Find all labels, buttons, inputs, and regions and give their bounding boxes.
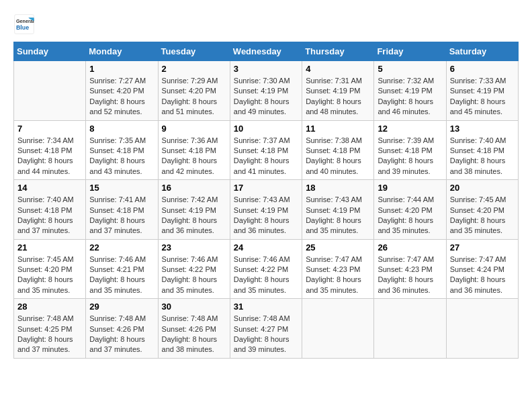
weekday-header-cell: Sunday xyxy=(14,42,86,61)
day-number: 30 xyxy=(162,302,226,312)
calendar-cell: 14Sunrise: 7:40 AM Sunset: 4:18 PM Dayli… xyxy=(14,180,86,240)
calendar-cell: 13Sunrise: 7:40 AM Sunset: 4:18 PM Dayli… xyxy=(446,120,518,180)
day-number: 31 xyxy=(234,302,298,312)
calendar-cell xyxy=(446,299,518,359)
calendar-cell: 1Sunrise: 7:27 AM Sunset: 4:20 PM Daylig… xyxy=(86,61,158,121)
day-number: 22 xyxy=(89,242,154,253)
calendar-cell: 5Sunrise: 7:32 AM Sunset: 4:19 PM Daylig… xyxy=(374,61,446,121)
day-number: 18 xyxy=(306,183,370,193)
svg-text:Blue: Blue xyxy=(16,24,29,31)
calendar-cell: 11Sunrise: 7:38 AM Sunset: 4:18 PM Dayli… xyxy=(302,120,374,180)
weekday-header-cell: Monday xyxy=(86,42,158,61)
calendar-cell: 16Sunrise: 7:42 AM Sunset: 4:19 PM Dayli… xyxy=(158,180,230,240)
cell-content: Sunrise: 7:32 AM Sunset: 4:19 PM Dayligh… xyxy=(378,76,442,118)
calendar-cell: 28Sunrise: 7:48 AM Sunset: 4:25 PM Dayli… xyxy=(14,299,86,359)
cell-content: Sunrise: 7:48 AM Sunset: 4:25 PM Dayligh… xyxy=(17,314,82,355)
calendar-cell xyxy=(374,299,446,359)
calendar-table: SundayMondayTuesdayWednesdayThursdayFrid… xyxy=(13,42,519,359)
cell-content: Sunrise: 7:36 AM Sunset: 4:18 PM Dayligh… xyxy=(162,136,226,177)
calendar-cell: 25Sunrise: 7:47 AM Sunset: 4:23 PM Dayli… xyxy=(302,239,374,299)
cell-content: Sunrise: 7:47 AM Sunset: 4:23 PM Dayligh… xyxy=(306,255,370,296)
calendar-cell: 30Sunrise: 7:48 AM Sunset: 4:26 PM Dayli… xyxy=(158,299,230,359)
logo: General Blue xyxy=(13,13,38,35)
weekday-header-cell: Tuesday xyxy=(158,42,230,61)
cell-content: Sunrise: 7:46 AM Sunset: 4:22 PM Dayligh… xyxy=(234,255,298,296)
cell-content: Sunrise: 7:47 AM Sunset: 4:23 PM Dayligh… xyxy=(378,255,442,296)
calendar-week-row: 1Sunrise: 7:27 AM Sunset: 4:20 PM Daylig… xyxy=(14,61,519,121)
day-number: 17 xyxy=(234,183,298,193)
day-number: 21 xyxy=(17,242,82,253)
cell-content: Sunrise: 7:39 AM Sunset: 4:18 PM Dayligh… xyxy=(378,136,442,177)
cell-content: Sunrise: 7:45 AM Sunset: 4:20 PM Dayligh… xyxy=(17,255,82,296)
cell-content: Sunrise: 7:37 AM Sunset: 4:18 PM Dayligh… xyxy=(234,136,298,177)
cell-content: Sunrise: 7:33 AM Sunset: 4:19 PM Dayligh… xyxy=(450,76,515,118)
day-number: 10 xyxy=(234,124,298,134)
day-number: 13 xyxy=(450,124,515,134)
calendar-cell: 27Sunrise: 7:47 AM Sunset: 4:24 PM Dayli… xyxy=(446,239,518,299)
weekday-header-cell: Thursday xyxy=(302,42,374,61)
calendar-cell: 9Sunrise: 7:36 AM Sunset: 4:18 PM Daylig… xyxy=(158,120,230,180)
day-number: 14 xyxy=(17,183,82,193)
day-number: 1 xyxy=(89,64,154,74)
weekday-header-cell: Wednesday xyxy=(230,42,302,61)
day-number: 16 xyxy=(162,183,226,193)
logo-icon: General Blue xyxy=(13,13,35,35)
cell-content: Sunrise: 7:38 AM Sunset: 4:18 PM Dayligh… xyxy=(306,136,370,177)
day-number: 19 xyxy=(378,183,442,193)
calendar-cell xyxy=(302,299,374,359)
calendar-week-row: 21Sunrise: 7:45 AM Sunset: 4:20 PM Dayli… xyxy=(14,239,519,299)
calendar-cell: 12Sunrise: 7:39 AM Sunset: 4:18 PM Dayli… xyxy=(374,120,446,180)
calendar-cell: 31Sunrise: 7:48 AM Sunset: 4:27 PM Dayli… xyxy=(230,299,302,359)
day-number: 2 xyxy=(162,64,226,74)
day-number: 5 xyxy=(378,64,442,74)
day-number: 27 xyxy=(450,242,515,253)
calendar-cell: 20Sunrise: 7:45 AM Sunset: 4:20 PM Dayli… xyxy=(446,180,518,240)
calendar-cell: 3Sunrise: 7:30 AM Sunset: 4:19 PM Daylig… xyxy=(230,61,302,121)
day-number: 4 xyxy=(306,64,370,74)
cell-content: Sunrise: 7:48 AM Sunset: 4:26 PM Dayligh… xyxy=(89,314,154,355)
day-number: 15 xyxy=(89,183,154,193)
day-number: 24 xyxy=(234,242,298,253)
weekday-header-row: SundayMondayTuesdayWednesdayThursdayFrid… xyxy=(14,42,519,61)
day-number: 3 xyxy=(234,64,298,74)
calendar-cell: 2Sunrise: 7:29 AM Sunset: 4:20 PM Daylig… xyxy=(158,61,230,121)
calendar-cell: 21Sunrise: 7:45 AM Sunset: 4:20 PM Dayli… xyxy=(14,239,86,299)
calendar-cell: 10Sunrise: 7:37 AM Sunset: 4:18 PM Dayli… xyxy=(230,120,302,180)
cell-content: Sunrise: 7:47 AM Sunset: 4:24 PM Dayligh… xyxy=(450,255,515,296)
day-number: 29 xyxy=(89,302,154,312)
cell-content: Sunrise: 7:43 AM Sunset: 4:19 PM Dayligh… xyxy=(234,195,298,236)
calendar-week-row: 7Sunrise: 7:34 AM Sunset: 4:18 PM Daylig… xyxy=(14,120,519,180)
cell-content: Sunrise: 7:27 AM Sunset: 4:20 PM Dayligh… xyxy=(89,76,154,118)
weekday-header-cell: Saturday xyxy=(446,42,518,61)
day-number: 26 xyxy=(378,242,442,253)
calendar-cell: 18Sunrise: 7:43 AM Sunset: 4:19 PM Dayli… xyxy=(302,180,374,240)
cell-content: Sunrise: 7:42 AM Sunset: 4:19 PM Dayligh… xyxy=(162,195,226,236)
cell-content: Sunrise: 7:46 AM Sunset: 4:22 PM Dayligh… xyxy=(162,255,226,296)
day-number: 7 xyxy=(17,124,82,134)
cell-content: Sunrise: 7:45 AM Sunset: 4:20 PM Dayligh… xyxy=(450,195,515,236)
calendar-week-row: 28Sunrise: 7:48 AM Sunset: 4:25 PM Dayli… xyxy=(14,299,519,359)
calendar-cell: 8Sunrise: 7:35 AM Sunset: 4:18 PM Daylig… xyxy=(86,120,158,180)
cell-content: Sunrise: 7:48 AM Sunset: 4:26 PM Dayligh… xyxy=(162,314,226,355)
calendar-week-row: 14Sunrise: 7:40 AM Sunset: 4:18 PM Dayli… xyxy=(14,180,519,240)
day-number: 20 xyxy=(450,183,515,193)
cell-content: Sunrise: 7:40 AM Sunset: 4:18 PM Dayligh… xyxy=(450,136,515,177)
cell-content: Sunrise: 7:34 AM Sunset: 4:18 PM Dayligh… xyxy=(17,136,82,177)
calendar-cell: 29Sunrise: 7:48 AM Sunset: 4:26 PM Dayli… xyxy=(86,299,158,359)
calendar-cell: 22Sunrise: 7:46 AM Sunset: 4:21 PM Dayli… xyxy=(86,239,158,299)
day-number: 23 xyxy=(162,242,226,253)
cell-content: Sunrise: 7:44 AM Sunset: 4:20 PM Dayligh… xyxy=(378,195,442,236)
calendar-body: 1Sunrise: 7:27 AM Sunset: 4:20 PM Daylig… xyxy=(14,61,519,359)
calendar-cell: 7Sunrise: 7:34 AM Sunset: 4:18 PM Daylig… xyxy=(14,120,86,180)
cell-content: Sunrise: 7:43 AM Sunset: 4:19 PM Dayligh… xyxy=(306,195,370,236)
day-number: 11 xyxy=(306,124,370,134)
cell-content: Sunrise: 7:29 AM Sunset: 4:20 PM Dayligh… xyxy=(162,76,226,118)
cell-content: Sunrise: 7:35 AM Sunset: 4:18 PM Dayligh… xyxy=(89,136,154,177)
calendar-cell: 17Sunrise: 7:43 AM Sunset: 4:19 PM Dayli… xyxy=(230,180,302,240)
day-number: 6 xyxy=(450,64,515,74)
page-header: General Blue xyxy=(13,13,519,35)
cell-content: Sunrise: 7:31 AM Sunset: 4:19 PM Dayligh… xyxy=(306,76,370,118)
calendar-cell: 24Sunrise: 7:46 AM Sunset: 4:22 PM Dayli… xyxy=(230,239,302,299)
calendar-cell: 6Sunrise: 7:33 AM Sunset: 4:19 PM Daylig… xyxy=(446,61,518,121)
cell-content: Sunrise: 7:30 AM Sunset: 4:19 PM Dayligh… xyxy=(234,76,298,118)
